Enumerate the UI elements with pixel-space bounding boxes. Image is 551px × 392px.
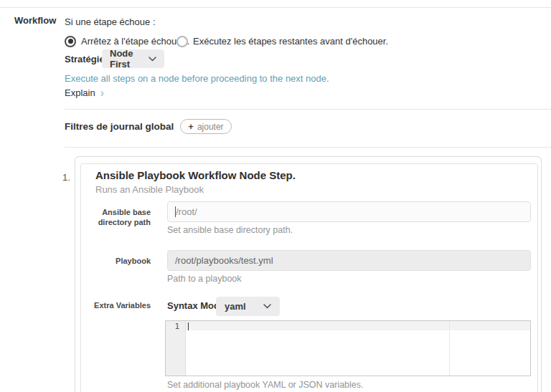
radio-unselected-icon[interactable]: [176, 36, 188, 47]
radio-label: Arrêtez à l'étape échouée.: [81, 36, 189, 47]
explain-link[interactable]: Explain ›: [65, 87, 104, 98]
radio-option-run-remaining[interactable]: Exécutez les étapes restantes avant d'éc…: [176, 35, 388, 47]
radio-label: Exécutez les étapes restantes avant d'éc…: [193, 36, 388, 47]
chevron-down-icon: [263, 304, 271, 309]
base-dir-input[interactable]: /root/: [167, 201, 531, 222]
radio-selected-icon[interactable]: [65, 36, 76, 47]
playbook-help-text: Path to a playbook: [167, 274, 242, 284]
strategy-select[interactable]: Node First: [102, 49, 164, 68]
base-dir-field-label: Ansible base directory path: [83, 207, 151, 227]
extra-vars-help-text: Set additional playbook YAML or JSON var…: [167, 380, 364, 390]
extra-vars-code-editor[interactable]: 1: [165, 320, 531, 376]
syntax-mode-select[interactable]: yaml: [216, 297, 280, 316]
playbook-input[interactable]: /root/playbooks/test.yml: [167, 250, 531, 271]
editor-active-line: [186, 321, 530, 330]
divider: [65, 147, 551, 148]
workflow-section-label: Workflow: [14, 15, 56, 26]
plus-icon: +: [188, 122, 194, 131]
add-log-filter-button[interactable]: + ajouter: [180, 119, 231, 134]
workflow-editor-page: Workflow Si une étape échoue : Arrêtez à…: [0, 0, 551, 392]
divider: [0, 7, 551, 8]
strategy-label: Stratégie:: [65, 54, 108, 64]
chevron-down-icon: [149, 57, 156, 62]
step-number: 1.: [62, 172, 70, 183]
add-button-label: ajouter: [197, 123, 224, 131]
strategy-select-value: Node First: [110, 48, 149, 70]
explain-label: Explain: [65, 87, 95, 98]
divider: [65, 109, 551, 110]
radio-option-stop-at-failed[interactable]: Arrêtez à l'étape échouée.: [65, 35, 189, 47]
playbook-input-value: /root/playbooks/test.yml: [175, 255, 273, 266]
editor-print-margin: [449, 321, 450, 376]
editor-cursor: [188, 322, 189, 330]
strategy-description: Execute all steps on a node before proce…: [65, 73, 329, 84]
base-dir-input-value: /root/: [176, 206, 197, 217]
global-log-filters-row: Filtres de journal global + ajouter: [65, 119, 232, 134]
step-subtitle: Runs an Ansible Playbook: [95, 184, 204, 195]
on-failure-prompt: Si une étape échoue :: [65, 16, 156, 27]
editor-line-number: 1: [174, 322, 179, 331]
syntax-mode-select-value: yaml: [225, 301, 246, 312]
editor-line-number-gutter: 1: [166, 321, 186, 376]
chevron-right-icon: ›: [100, 88, 104, 97]
base-dir-help-text: Set ansible base directory path.: [167, 225, 293, 235]
playbook-field-label: Playbook: [83, 256, 151, 266]
step-title: Ansible Playbook Workflow Node Step.: [95, 169, 296, 181]
extra-vars-field-label: Extra Variables: [83, 300, 151, 310]
log-filters-title: Filtres de journal global: [65, 121, 174, 132]
